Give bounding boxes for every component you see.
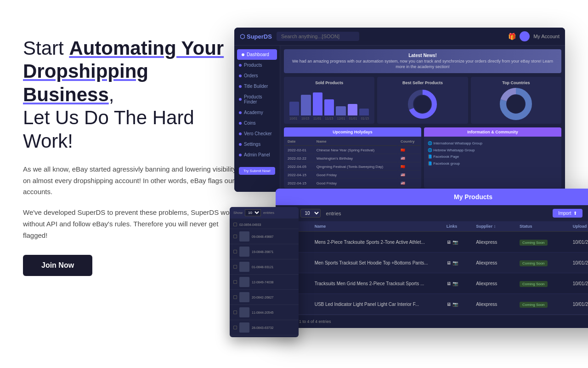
- logo-icon: ⬡: [240, 33, 245, 40]
- holiday-date: 2022-02-22: [285, 155, 313, 162]
- user-avatar: [520, 31, 530, 41]
- products-table: Image Name Links Supplier ↕ Status Uploa…: [276, 221, 588, 315]
- sidebar-dot: [239, 122, 242, 125]
- overlap-list-item: 01-0848-93121: [230, 259, 299, 275]
- right-column: ⬡ SuperDS 🎁 My Account Dashboard: [253, 28, 565, 350]
- sidebar-item-settings[interactable]: Settings: [234, 139, 280, 150]
- sidebar-label: Vero Checker: [244, 131, 272, 136]
- bar-1: [289, 102, 299, 115]
- sidebar-dot: [239, 64, 242, 67]
- show-select[interactable]: 10 25 50: [300, 209, 321, 218]
- svg-point-2: [414, 96, 431, 113]
- holiday-name: Washington's Birthday: [314, 155, 397, 162]
- sidebar-label: Products Finder: [244, 94, 275, 104]
- holiday-date: 2022-04-05: [285, 163, 313, 171]
- sidebar-item-dashboard[interactable]: Dashboard: [237, 49, 277, 60]
- overlap-panel: Show 10 entries 02-0854-04933 09-0848-49…: [230, 207, 299, 337]
- link-icons: 🖥 📷: [447, 281, 458, 286]
- dashboard-body: Dashboard Products Orders Title Builder: [234, 46, 565, 192]
- info-link-1[interactable]: 🌐 International Whatsapp Group: [428, 140, 558, 147]
- large-donut-container: [475, 88, 558, 120]
- product-links-cell: 🖥 📷: [442, 294, 471, 315]
- table-row: 💡 USB Led Indicator Light Panel Light Ca…: [276, 294, 588, 315]
- sidebar-item-products[interactable]: Products: [234, 60, 280, 70]
- dashboard-search[interactable]: [277, 32, 359, 41]
- holiday-name: Chinese New Year (Spring Festival): [314, 147, 397, 154]
- page-wrapper: Start Automating Your Dropshipping Busin…: [0, 0, 588, 368]
- donut-svg: [407, 89, 437, 119]
- product-status-cell: Coming Soon: [515, 294, 568, 315]
- bar-3: [313, 92, 322, 115]
- sidebar-dot: [242, 53, 244, 56]
- holidays-table: Date Name Country 2022-02-01 Chinese New…: [284, 137, 421, 188]
- holiday-flag: 🇨🇳: [398, 147, 420, 154]
- product-status-cell: Coming Soon: [515, 253, 568, 273]
- bar-4: [324, 99, 334, 115]
- sidebar-dot: [239, 132, 242, 135]
- link-icons: 🖥 📷: [447, 302, 458, 307]
- holiday-date: 2022-02-01: [285, 147, 313, 154]
- sidebar-dot: [239, 154, 242, 156]
- overlap-list: 02-0854-04933 09-0848-49887 19-0848-3987…: [230, 218, 299, 337]
- holiday-name: Good Friday: [314, 172, 397, 179]
- join-now-button[interactable]: Join Now: [23, 255, 92, 276]
- holiday-date: 2022-04-15: [285, 172, 313, 179]
- sidebar-dot: [239, 75, 242, 77]
- left-column: Start Automating Your Dropshipping Busin…: [23, 28, 243, 350]
- overlap-list-item: 11-0844-20545: [230, 305, 299, 320]
- best-seller-chart: Best Seller Products: [377, 77, 468, 124]
- holiday-date: 2022-04-15: [285, 180, 313, 187]
- product-links-cell: 🖥 📷: [442, 253, 471, 273]
- sidebar-item-vero[interactable]: Vero Checker: [234, 128, 280, 139]
- holiday-row: 2022-04-15 Good Friday 🇺🇸: [285, 180, 420, 187]
- overlap-list-item: 20-0842-26827: [230, 290, 299, 305]
- try-submit-button[interactable]: Try Submit Now!: [239, 167, 275, 175]
- sidebar-label: Admin Panel: [244, 152, 270, 157]
- dashboard-main: Latest News! We had an amazing progress …: [280, 46, 565, 192]
- sidebar-item-coins[interactable]: Coins: [234, 118, 280, 128]
- hero-heading: Start Automating Your Dropshipping Busin…: [23, 37, 243, 153]
- heading-end: ,: [109, 84, 114, 105]
- sidebar-item-products-finder[interactable]: Products Finder: [234, 92, 280, 107]
- import-button[interactable]: Import ⬆: [553, 209, 582, 218]
- sidebar-dot: [239, 143, 242, 146]
- sidebar-label: Settings: [244, 142, 260, 147]
- sidebar-item-title-builder[interactable]: Title Builder: [234, 81, 280, 92]
- link-icons: 🖥 📷: [447, 240, 458, 245]
- sold-products-chart: Sold Products 10/011: [284, 77, 374, 124]
- holiday-flag: 🇺🇸: [398, 155, 420, 162]
- dashboard-sidebar: Dashboard Products Orders Title Builder: [234, 46, 280, 192]
- dashboard-logo: ⬡ SuperDS: [240, 33, 272, 40]
- bar-7: [359, 109, 369, 115]
- sidebar-item-academy[interactable]: Academy: [234, 107, 280, 118]
- product-name-cell: Men Sports Tracksuit Set Hoodie Top +Bot…: [310, 253, 442, 273]
- col-name: Name: [310, 221, 442, 232]
- date-col-header: Date: [285, 138, 313, 146]
- holiday-row: 2022-04-15 Good Friday 🇺🇸: [285, 172, 420, 179]
- sidebar-item-orders[interactable]: Orders: [234, 70, 280, 81]
- overlap-list-item: 12-0849-74038: [230, 275, 299, 290]
- heading-start: Start: [23, 37, 69, 59]
- bar-chart: [288, 88, 371, 115]
- products-table-mockup: My Products Show 10 25 50 entries Import…: [276, 189, 588, 328]
- account-label: My Account: [533, 34, 560, 39]
- status-badge: Coming Soon: [520, 260, 547, 266]
- import-icon: ⬆: [573, 211, 577, 216]
- bar-5: [336, 106, 345, 115]
- product-links-cell: 🖥 📷: [442, 273, 471, 294]
- product-supplier-cell: Aliexpress: [471, 294, 515, 315]
- sidebar-label: Products: [244, 63, 262, 68]
- bar-6: [348, 104, 357, 115]
- product-status-cell: Coming Soon: [515, 232, 568, 253]
- sidebar-item-admin[interactable]: Admin Panel: [234, 150, 280, 160]
- col-links: Links: [442, 221, 471, 232]
- overlap-show-select[interactable]: 10: [245, 209, 261, 216]
- product-date-cell: 10/01/2022: [568, 294, 588, 315]
- sidebar-label: Orders: [244, 73, 258, 78]
- info-link-2[interactable]: 🌐 Hebrew Whatsapp Group: [428, 147, 558, 154]
- entries-label: entries: [326, 211, 341, 216]
- info-link-4[interactable]: 📘 Facebook group: [428, 161, 558, 167]
- info-link-3[interactable]: 📘 Facebook Page: [428, 154, 558, 160]
- overlap-list-item: 02-0854-04933: [230, 220, 299, 229]
- show-label: Show: [233, 211, 243, 215]
